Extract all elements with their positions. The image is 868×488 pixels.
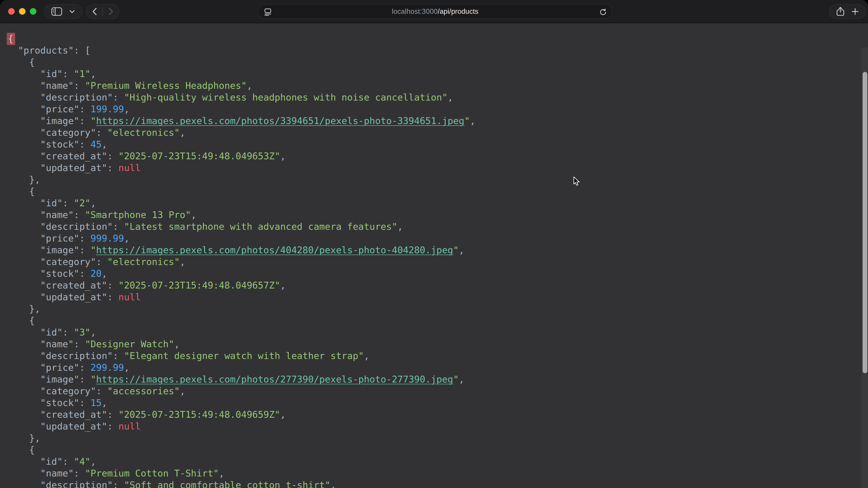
page-settings-icon[interactable] xyxy=(264,8,272,16)
forward-icon[interactable] xyxy=(108,7,114,16)
json-line: "created_at": "2025-07-23T15:49:48.04965… xyxy=(7,150,868,162)
json-line: "id": "4", xyxy=(7,456,868,467)
json-line: "updated_at": null xyxy=(7,420,868,432)
json-line: "stock": 15, xyxy=(7,397,868,409)
json-line: "stock": 45, xyxy=(7,138,868,150)
json-line: { xyxy=(7,186,868,197)
mouse-cursor xyxy=(573,176,582,186)
share-icon[interactable] xyxy=(836,7,845,16)
json-line: "image": "https://images.pexels.com/phot… xyxy=(7,244,868,256)
json-line: "price": 299.99, xyxy=(7,362,868,373)
json-line: "image": "https://images.pexels.com/phot… xyxy=(7,115,868,127)
url-host: localhost:3000 xyxy=(392,7,438,15)
json-line: "name": "Designer Watch", xyxy=(7,338,868,350)
json-line: "description": "Soft and comfortable cot… xyxy=(7,479,868,488)
json-line: "name": "Premium Wireless Headphones", xyxy=(7,80,868,92)
json-line: "price": 199.99, xyxy=(7,103,868,115)
json-line: }, xyxy=(7,174,868,186)
json-line: "category": "electronics", xyxy=(7,256,868,268)
json-line: }, xyxy=(7,432,868,444)
back-icon[interactable] xyxy=(92,7,97,16)
actions-button-group xyxy=(829,4,866,19)
chevron-down-icon[interactable] xyxy=(69,10,75,13)
browser-window: localhost:3000/api/products xyxy=(0,0,868,488)
json-body: { "products": [ { "id": "1", "name": "Pr… xyxy=(0,24,868,488)
browser-toolbar: localhost:3000/api/products xyxy=(0,0,868,23)
window-controls xyxy=(8,8,36,15)
json-line: "description": "Latest smartphone with a… xyxy=(7,221,868,232)
json-line: "name": "Smartphone 13 Pro", xyxy=(7,209,868,221)
close-window-button[interactable] xyxy=(8,8,15,15)
json-line: { xyxy=(7,56,868,68)
navigation-button-group xyxy=(86,4,119,19)
json-line: "category": "accessories", xyxy=(7,385,868,397)
json-line: "products": [ xyxy=(7,44,868,56)
json-line: "image": "https://images.pexels.com/phot… xyxy=(7,373,868,385)
scrollbar-thumb[interactable] xyxy=(863,72,867,373)
json-line: "stock": 20, xyxy=(7,268,868,280)
json-line: "updated_at": null xyxy=(7,162,868,174)
image-url-link[interactable]: https://images.pexels.com/photos/277390/… xyxy=(96,374,453,385)
sidebar-button-group xyxy=(43,4,83,19)
nav-divider xyxy=(102,7,103,16)
json-line: "id": "2", xyxy=(7,197,868,209)
minimize-window-button[interactable] xyxy=(19,8,26,15)
json-line: "updated_at": null xyxy=(7,291,868,303)
json-line: "created_at": "2025-07-23T15:49:48.04965… xyxy=(7,280,868,291)
sidebar-toggle-icon[interactable] xyxy=(51,7,62,16)
page-content: { "products": [ { "id": "1", "name": "Pr… xyxy=(0,24,868,488)
scrollbar-track[interactable] xyxy=(862,47,868,488)
url-path: /api/products xyxy=(438,7,478,15)
json-line: "id": "3", xyxy=(7,326,868,338)
json-line: "description": "Elegant designer watch w… xyxy=(7,350,868,362)
address-bar[interactable]: localhost:3000/api/products xyxy=(258,4,612,19)
url-text: localhost:3000/api/products xyxy=(392,7,478,15)
json-line: "id": "1", xyxy=(7,68,868,80)
json-line: { xyxy=(7,33,868,44)
json-line: }, xyxy=(7,303,868,315)
image-url-link[interactable]: https://images.pexels.com/photos/3394651… xyxy=(96,116,464,126)
new-tab-icon[interactable] xyxy=(851,8,859,15)
json-line: "category": "electronics", xyxy=(7,127,868,138)
json-line: "price": 999.99, xyxy=(7,232,868,244)
json-line: "name": "Premium Cotton T-Shirt", xyxy=(7,467,868,479)
json-line: "created_at": "2025-07-23T15:49:48.04965… xyxy=(7,409,868,420)
json-line: "description": "High-quality wireless he… xyxy=(7,92,868,103)
json-line: { xyxy=(7,315,868,326)
zoom-window-button[interactable] xyxy=(30,8,36,15)
reload-icon[interactable] xyxy=(599,8,607,16)
image-url-link[interactable]: https://images.pexels.com/photos/404280/… xyxy=(96,245,453,256)
json-line: { xyxy=(7,444,868,456)
